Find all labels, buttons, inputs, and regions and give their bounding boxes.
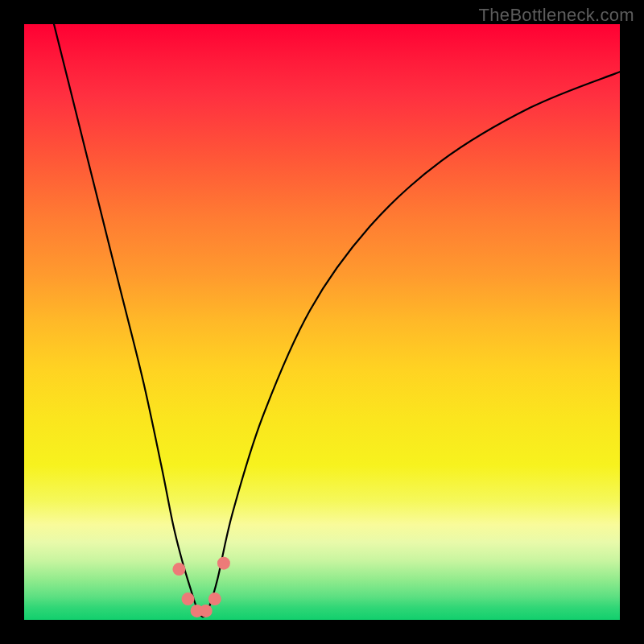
- marker-group: [172, 557, 230, 617]
- bottleneck-curve: [54, 24, 620, 617]
- marker-dot: [217, 557, 230, 570]
- marker-dot: [200, 605, 213, 617]
- watermark-text: TheBottleneck.com: [479, 5, 634, 26]
- marker-dot: [208, 592, 221, 605]
- marker-dot: [182, 592, 195, 605]
- chart-svg: [24, 24, 620, 620]
- marker-dot: [172, 563, 185, 576]
- chart-plot-area: [24, 24, 620, 620]
